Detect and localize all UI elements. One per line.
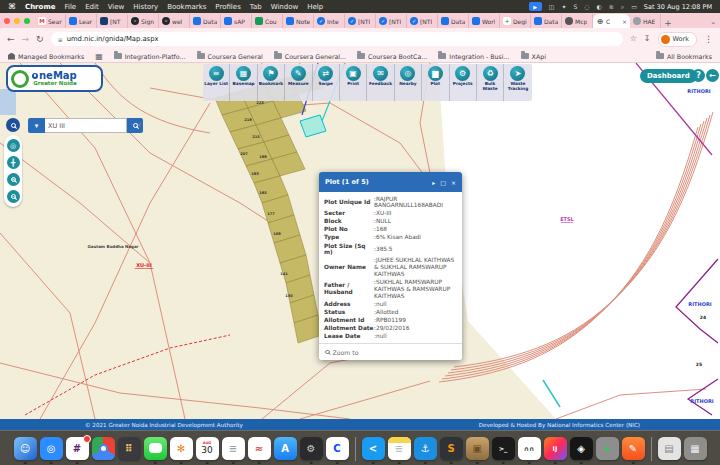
zoom-to-link[interactable]: Zoom to [333, 349, 359, 356]
close-icon[interactable]: × [451, 179, 456, 186]
browser-tab[interactable]: Worl [469, 14, 500, 28]
toolbar-button-measure[interactable]: ✎Measure [285, 64, 312, 101]
reload-button[interactable]: ↻ [36, 35, 44, 44]
menu-item-bookmarks[interactable]: Bookmarks [167, 3, 206, 11]
forward-button[interactable]: → [22, 35, 30, 44]
menu-item-edit[interactable]: Edit [85, 3, 99, 11]
toolbar-button-projects[interactable]: ⚙Projects [450, 64, 477, 101]
toolbar-button-feedback[interactable]: ✉Feedback [367, 64, 394, 101]
toolbar-button-swipe[interactable]: ⇄Swipe [313, 64, 340, 101]
menu-item-tab[interactable]: Tab [250, 3, 262, 11]
wifi-icon[interactable]: ≋ [609, 3, 614, 10]
dock-item-whiteboard[interactable]: ≈ [248, 437, 271, 460]
dock-item-zoom[interactable]: ◎ [40, 437, 63, 460]
dock-item-photos[interactable]: ✻ [170, 437, 193, 460]
bookmark-folder[interactable]: Integration - Busi... [438, 53, 509, 60]
dock-item-calendar[interactable]: AUG30 [196, 437, 219, 460]
toggle-icon[interactable]: ◐ [597, 3, 602, 10]
browser-tab[interactable]: HAE [630, 14, 661, 28]
site-info-icon[interactable]: ≡ [58, 36, 63, 43]
search-input[interactable] [45, 118, 127, 133]
minimize-window-button[interactable] [14, 18, 20, 24]
dock-item-downloads-stack[interactable]: ▤ [658, 437, 681, 460]
help-button[interactable]: ? [692, 69, 705, 82]
sync-icon[interactable]: S [573, 3, 577, 10]
dock-item-launchpad[interactable]: ⠿ [118, 437, 141, 460]
bookmark-star-icon[interactable]: ☆ [630, 35, 637, 43]
bookmark-folder[interactable]: Coursera General [197, 53, 263, 60]
zoom-in-button[interactable]: + [7, 173, 20, 186]
profile-chip[interactable]: Work [658, 32, 697, 47]
menu-item-window[interactable]: Window [271, 3, 299, 11]
menu-clock[interactable]: Sat 30 Aug 12:08 PM [644, 3, 712, 11]
locate-button[interactable]: ◎ [7, 139, 20, 152]
browser-tab[interactable]: Data [438, 14, 469, 28]
browser-tab[interactable]: Lear [66, 14, 97, 28]
browser-tab[interactable]: ✓[NTI [407, 14, 438, 28]
apple-menu-icon[interactable]: ⌘ [8, 2, 16, 11]
dashboard-button[interactable]: Dashboard [640, 69, 697, 83]
toolbar-button-plot[interactable]: ▆Plot [422, 64, 449, 101]
toolbar-button-print[interactable]: ▣Print [340, 64, 367, 101]
search-dropdown-button[interactable]: ▾ [28, 118, 45, 133]
dock-item-updater[interactable]: + [596, 437, 619, 460]
toolbar-button-bookmark[interactable]: ⚑Bookmark [258, 64, 285, 101]
menu-item-view[interactable]: View [108, 3, 125, 11]
dock-item-sublime-text[interactable]: S [440, 437, 463, 460]
toolbar-button-waste-tracking[interactable]: ➤Waste Tracking [504, 64, 531, 101]
close-window-button[interactable] [4, 18, 10, 24]
back-button[interactable]: ← [7, 35, 15, 44]
menu-item-help[interactable]: Help [307, 3, 323, 11]
dock-item-pen-app[interactable]: ✎ [622, 437, 645, 460]
search-tool-button[interactable] [6, 118, 20, 132]
browser-tab[interactable]: Data [190, 14, 221, 28]
browser-tab[interactable]: +Degi [500, 14, 531, 28]
browser-tab[interactable]: ⊕C× [593, 14, 630, 28]
dock-item-unity[interactable]: ◈ [570, 437, 593, 460]
dock-item-slack[interactable]: # [66, 437, 89, 460]
all-bookmarks[interactable]: All Bookmarks [656, 53, 712, 60]
menu-item-history[interactable]: History [133, 3, 158, 11]
circle-icon[interactable]: ◌ [584, 3, 589, 10]
dock-item-docker[interactable]: ⚓ [414, 437, 437, 460]
meet-chip-icon[interactable]: ▶ [529, 2, 542, 11]
dock-item-vscode[interactable]: < [362, 437, 385, 460]
browser-tab[interactable]: sAP [221, 14, 252, 28]
fullscreen-window-button[interactable] [24, 18, 30, 24]
dock-icon[interactable]: □ [440, 179, 446, 186]
browser-tab[interactable]: Data [531, 14, 562, 28]
next-feature-icon[interactable]: ▸ [432, 179, 435, 186]
toolbar-button-layer-list[interactable]: ≡Layer List [203, 64, 230, 101]
dock-item-cat-app[interactable]: ∩∩ [518, 437, 541, 460]
map-back-button[interactable]: ← [706, 69, 719, 82]
search-icon[interactable]: ⌕ [621, 3, 624, 11]
toolbar-button-bulk-waste[interactable]: ♻Bulk Waste [477, 64, 504, 101]
browser-tab[interactable]: ✓Inte [314, 14, 345, 28]
new-tab-button[interactable]: + [661, 18, 675, 28]
browser-tab[interactable]: Mcp [562, 14, 593, 28]
browser-tab[interactable]: MSear [35, 14, 66, 28]
browser-tab[interactable]: Cou [252, 14, 283, 28]
browser-tab[interactable]: Note [283, 14, 314, 28]
dock-item-messages[interactable] [144, 437, 167, 460]
browser-tab[interactable]: ◦Sign [128, 14, 159, 28]
install-icon[interactable]: ↧ [644, 35, 651, 43]
url-bar[interactable]: ≡ umd.nic.in/gnida/Map.aspx [51, 32, 623, 46]
dock-item-finder[interactable]: ☺ [14, 437, 37, 460]
dock-item-terminal[interactable]: >_ [492, 437, 515, 460]
battery-icon[interactable]: ▭ [631, 3, 637, 10]
menu-item-chrome[interactable]: Chrome [25, 3, 55, 11]
zoom-out-button[interactable]: − [7, 190, 20, 203]
sparkle-icon[interactable]: ✦ [561, 3, 566, 10]
dock-item-chrome[interactable] [92, 437, 115, 460]
managed-bookmarks[interactable]: Managed Bookmarks [8, 53, 84, 60]
dock-item-coinbase[interactable]: C [326, 437, 349, 460]
toolbar-button-nearby[interactable]: ◎Nearby [395, 64, 422, 101]
bookmark-folder[interactable]: Coursera General... [274, 53, 346, 60]
dock-item-trash[interactable]: ▦ [684, 437, 707, 460]
menu-item-file[interactable]: File [64, 3, 76, 11]
tab-search-chevron-icon[interactable]: ⌄ [710, 18, 716, 28]
bookmark-folder[interactable]: Coursera BootCa... [357, 53, 427, 60]
browser-tab[interactable]: ✓[NTI [376, 14, 407, 28]
dock-item-intellij[interactable]: IJ [544, 437, 567, 460]
